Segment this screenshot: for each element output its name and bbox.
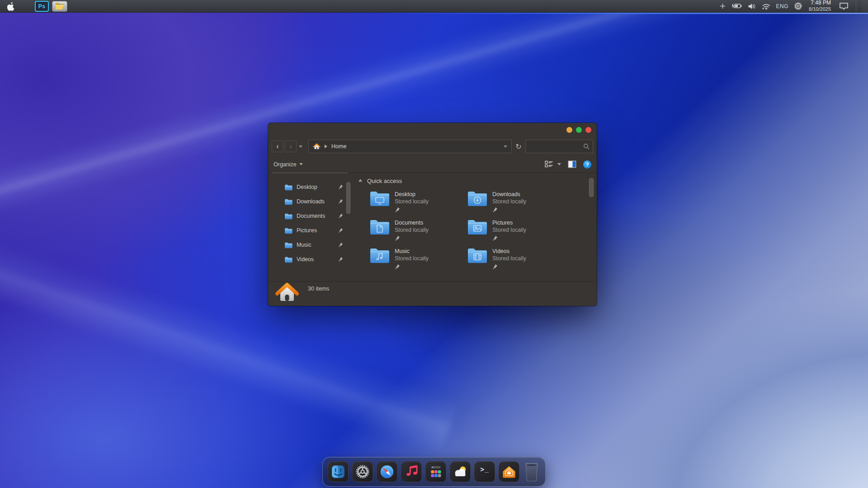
- wifi-icon: [761, 3, 771, 10]
- battery-indicator[interactable]: [731, 3, 742, 9]
- search-input[interactable]: [526, 143, 583, 150]
- folder-icon: [284, 242, 292, 249]
- breadcrumb-chevron-icon[interactable]: [325, 145, 329, 148]
- pin-icon: [338, 199, 343, 205]
- forward-button[interactable]: ›: [285, 141, 297, 152]
- settings-tray-button[interactable]: [794, 2, 802, 10]
- sidebar-item-label: Desktop: [297, 184, 317, 190]
- address-bar[interactable]: Home: [308, 140, 512, 153]
- dock-item-music[interactable]: [401, 461, 422, 482]
- documents-folder-icon: [369, 219, 390, 236]
- breadcrumb-location[interactable]: Home: [331, 143, 346, 150]
- show-desktop-strip[interactable]: [862, 0, 868, 12]
- file-explorer-window: ‹ › Home ↻: [268, 123, 597, 306]
- view-options-chevron-icon[interactable]: [557, 163, 561, 167]
- collapse-icon[interactable]: [359, 177, 362, 182]
- music-note-icon: [404, 464, 419, 479]
- desktop: Ps: [0, 0, 868, 488]
- organize-menu-button[interactable]: Organize: [274, 161, 303, 168]
- hidden-icons-button[interactable]: [720, 3, 726, 9]
- sidebar-scrollbar[interactable]: [346, 182, 350, 214]
- folder-icon: [284, 256, 292, 263]
- folder-icon: [284, 184, 292, 191]
- pin-icon: [338, 228, 343, 234]
- tile-desktop[interactable]: Desktop Stored locally: [369, 190, 467, 215]
- tile-videos[interactable]: Videos Stored locally: [467, 247, 565, 272]
- view-controls: ?: [545, 160, 591, 169]
- close-button[interactable]: [585, 127, 591, 133]
- pin-icon: [492, 207, 526, 214]
- wifi-indicator[interactable]: [761, 3, 771, 10]
- refresh-button[interactable]: ↻: [512, 142, 525, 151]
- taskbar-app-photoshop[interactable]: Ps: [35, 1, 49, 12]
- window-titlebar[interactable]: [268, 123, 597, 136]
- clock[interactable]: 7:48 PM 8/10/2025: [809, 0, 831, 12]
- tile-text: Downloads Stored locally: [492, 190, 526, 215]
- history-dropdown-button[interactable]: [299, 145, 302, 150]
- dock-item-terminal[interactable]: >_: [474, 461, 495, 482]
- apple-menu[interactable]: [7, 2, 15, 11]
- tile-subtitle: Stored locally: [492, 226, 526, 234]
- sidebar-item-downloads[interactable]: Downloads: [268, 194, 355, 209]
- language-indicator[interactable]: ENG: [776, 3, 789, 9]
- traffic-lights: [566, 127, 591, 133]
- sidebar-item-desktop[interactable]: Desktop: [268, 180, 355, 194]
- home-location-icon: [275, 281, 299, 305]
- dock-item-home[interactable]: [499, 461, 519, 482]
- gear-icon: [794, 2, 802, 10]
- taskbar-apps: Ps: [35, 1, 67, 12]
- dock-item-weather[interactable]: [450, 461, 471, 482]
- notification-center-button[interactable]: [839, 2, 849, 10]
- folder-icon: [284, 213, 292, 220]
- app-library-icon: [428, 464, 443, 479]
- sidebar-item-label: Music: [297, 242, 311, 248]
- system-tray: ENG 7:48 PM 8/10/2025: [720, 0, 868, 12]
- safari-compass-icon: [379, 464, 395, 479]
- dock-item-app-library[interactable]: [425, 461, 446, 482]
- pin-icon: [338, 184, 343, 191]
- sidebar-item-videos[interactable]: Videos: [268, 252, 355, 267]
- refresh-icon: ↻: [515, 142, 521, 151]
- tile-downloads[interactable]: Downloads Stored locally: [467, 190, 565, 215]
- dock-item-safari[interactable]: [377, 461, 397, 482]
- quick-access-header[interactable]: Quick access: [359, 176, 597, 185]
- dock-item-system-settings[interactable]: [352, 461, 373, 482]
- dock-item-finder[interactable]: [328, 461, 349, 482]
- battery-icon: [731, 3, 742, 9]
- tile-name: Documents: [395, 219, 429, 226]
- search-box: [525, 140, 593, 153]
- settings-gear-icon: [355, 464, 370, 479]
- sidebar: Desktop Downloads Documents Pictures: [268, 173, 355, 282]
- tile-pictures[interactable]: Pictures Stored locally: [467, 219, 565, 244]
- sidebar-item-pictures[interactable]: Pictures: [268, 223, 355, 238]
- tray-time: 7:48 PM: [809, 0, 831, 6]
- sidebar-item-music[interactable]: Music: [268, 238, 355, 252]
- volume-indicator[interactable]: [748, 3, 756, 10]
- maximize-button[interactable]: [576, 127, 582, 133]
- sidebar-item-label: Pictures: [297, 227, 317, 234]
- content-scrollbar[interactable]: [589, 178, 594, 197]
- tile-name: Downloads: [492, 191, 526, 198]
- dock-item-trash[interactable]: [523, 461, 540, 482]
- minimize-button[interactable]: [566, 127, 572, 133]
- sidebar-item-documents[interactable]: Documents: [268, 209, 355, 223]
- back-button[interactable]: ‹: [272, 141, 283, 152]
- home-icon: [313, 143, 321, 150]
- tile-documents[interactable]: Documents Stored locally: [369, 219, 467, 244]
- tile-name: Videos: [492, 248, 526, 255]
- folder-icon: [284, 227, 292, 234]
- address-dropdown-icon[interactable]: [504, 145, 507, 150]
- details-view-icon[interactable]: [545, 160, 553, 168]
- finder-icon: [330, 464, 346, 479]
- help-button[interactable]: ?: [583, 160, 591, 169]
- tile-music[interactable]: Music Stored locally: [369, 247, 467, 272]
- plus-icon: [720, 3, 726, 9]
- pictures-folder-icon: [467, 219, 488, 236]
- taskbar-app-file-explorer[interactable]: [52, 1, 67, 12]
- tile-name: Desktop: [395, 191, 429, 198]
- help-glyph: ?: [586, 162, 589, 167]
- tile-text: Music Stored locally: [395, 247, 429, 272]
- preview-pane-icon[interactable]: [568, 160, 576, 168]
- pin-icon: [338, 257, 343, 263]
- tile-text: Pictures Stored locally: [492, 219, 526, 244]
